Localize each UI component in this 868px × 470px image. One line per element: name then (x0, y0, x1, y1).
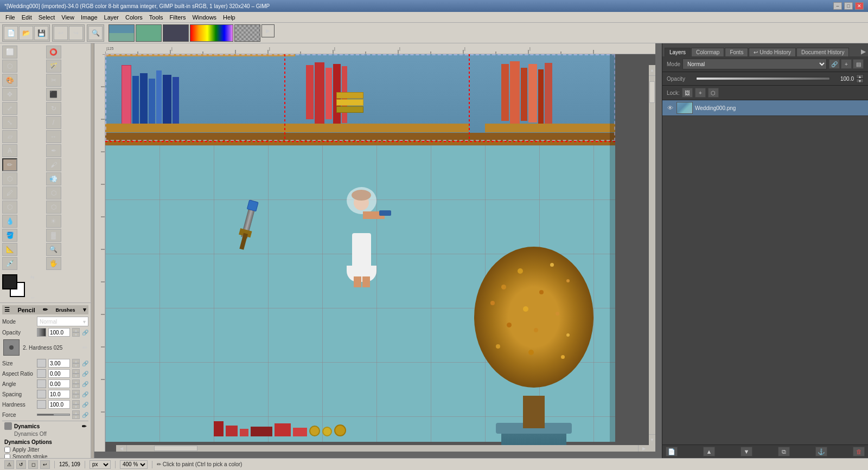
tool-ellipse-select[interactable]: ⭕ (46, 46, 61, 59)
lock-pixels-btn[interactable]: 🖼 (682, 88, 693, 98)
tool-move[interactable]: ✥ (2, 88, 17, 101)
scroll-down-btn[interactable]: ▼ (649, 434, 655, 445)
layer-item[interactable]: 👁 Wedding000.png (662, 100, 868, 116)
hardness-value[interactable] (48, 400, 70, 409)
h-scroll-thumb[interactable] (154, 446, 197, 451)
minimize-button[interactable]: – (833, 2, 842, 10)
tab-undo[interactable]: ↩ Undo History (749, 48, 796, 56)
statusbar-btn-4[interactable]: ↩ (40, 460, 50, 469)
tool-paintbrush[interactable]: 🖌 (46, 158, 61, 171)
save-button[interactable]: 💾 (34, 26, 48, 40)
tool-blur[interactable]: 💧 (2, 215, 17, 228)
spacing-value[interactable] (48, 390, 70, 398)
redo-button[interactable]: ↪ (69, 26, 83, 40)
size-slider[interactable] (37, 359, 46, 368)
aspect-slider[interactable] (37, 369, 46, 378)
opacity-value[interactable] (48, 328, 70, 337)
tool-perspective-clone[interactable]: ⬡ (46, 201, 61, 214)
lock-alpha-btn[interactable]: ⬡ (708, 88, 719, 98)
opacity-down[interactable]: ▼ (72, 332, 80, 337)
tool-measure[interactable]: 📐 (2, 243, 17, 256)
undo-button[interactable]: ↩ (54, 26, 68, 40)
brush-swatch[interactable] (3, 339, 20, 356)
dynamics-edit-btn[interactable]: ✏ (82, 423, 86, 429)
layers-mode-dropdown[interactable]: Normal Multiply Screen Overlay (682, 59, 827, 69)
menu-filters[interactable]: Filters (167, 13, 189, 22)
zoom-in-button[interactable]: 🔍 (88, 26, 103, 40)
tool-options-collapse[interactable]: ▾ (83, 306, 86, 313)
tool-free-select[interactable]: ⬡ (2, 60, 17, 73)
tab-doc-history[interactable]: Document History (796, 48, 849, 56)
angle-down[interactable]: ▼ (72, 384, 80, 388)
vertical-scrollbar[interactable]: ▲ ▼ (649, 65, 655, 445)
tool-hand[interactable]: 🖐 (46, 257, 61, 270)
angle-value[interactable] (48, 379, 70, 388)
tool-text[interactable]: A (2, 144, 17, 157)
menu-windows[interactable]: Windows (189, 13, 220, 22)
color-palette-strip[interactable] (190, 24, 233, 42)
v-scroll-thumb[interactable] (649, 81, 655, 103)
apply-jitter-checkbox[interactable] (4, 447, 10, 453)
new-button[interactable]: 📄 (4, 26, 18, 40)
tool-paths[interactable]: ✒ (46, 144, 61, 157)
scroll-right-btn[interactable]: ▶ (638, 445, 649, 452)
size-down[interactable]: ▼ (72, 363, 80, 368)
toolbar-extra-btn[interactable]: ▶ (261, 24, 275, 37)
layer-chain-btn[interactable]: 🔗 (829, 59, 840, 69)
panel-collapse-btn[interactable]: ▶ (861, 48, 866, 56)
smooth-stroke-checkbox[interactable] (4, 454, 10, 458)
opacity-down-btn[interactable]: ▼ (856, 79, 864, 83)
layer-lower-btn[interactable]: ▼ (741, 447, 752, 456)
swap-colors-icon[interactable]: ⇆ (30, 274, 35, 280)
layer-duplicate-btn[interactable]: ⧉ (778, 447, 790, 456)
spacing-down[interactable]: ▼ (72, 394, 80, 398)
layer-anchor-btn[interactable]: ⚓ (815, 447, 827, 456)
opacity-slider[interactable] (37, 328, 46, 337)
scroll-up-btn[interactable]: ▲ (649, 65, 655, 76)
open-button[interactable]: 📂 (19, 26, 33, 40)
tool-bucket[interactable]: 🪣 (2, 229, 17, 242)
force-up[interactable]: ▲ (72, 410, 80, 415)
hardness-slider[interactable] (37, 400, 46, 409)
opacity-up[interactable]: ▲ (72, 328, 80, 332)
statusbar-btn-1[interactable]: ⚠ (4, 460, 14, 469)
size-up[interactable]: ▲ (72, 359, 80, 363)
zoom-select[interactable]: 400 % 100 % 200 % 50 % (120, 460, 148, 469)
hardness-up[interactable]: ▲ (72, 400, 80, 404)
tool-scissors[interactable]: ✂ (46, 74, 61, 87)
tool-ink[interactable]: 🖊 (2, 186, 17, 199)
tab-colormap[interactable]: Colormap (691, 48, 724, 56)
horizontal-scrollbar[interactable]: ◀ ▶ (116, 445, 649, 452)
tool-perspective[interactable]: ▱ (2, 130, 17, 143)
tool-scale[interactable]: ⤡ (2, 116, 17, 129)
menu-layer[interactable]: Layer (101, 13, 123, 22)
layer-extra-btn[interactable]: ▤ (853, 59, 864, 69)
layer-visibility-eye[interactable]: 👁 (666, 104, 674, 112)
canvas-container[interactable]: ◀ ▶ ▲ ▼ (105, 54, 655, 452)
foreground-color-swatch[interactable] (2, 274, 17, 289)
angle-slider[interactable] (37, 379, 46, 388)
opacity-up-btn[interactable]: ▲ (856, 74, 864, 79)
scroll-left-btn[interactable]: ◀ (116, 445, 127, 452)
tool-eraser[interactable]: ⬡ (2, 172, 17, 185)
lock-position-btn[interactable]: + (695, 88, 706, 98)
size-value[interactable] (48, 359, 70, 368)
force-down[interactable]: ▼ (72, 415, 80, 419)
tab-layers[interactable]: Layers (665, 48, 691, 56)
unit-select[interactable]: px mm in (90, 460, 111, 469)
hardness-down[interactable]: ▼ (72, 404, 80, 409)
aspect-down[interactable]: ▼ (72, 374, 80, 378)
layer-new-btn[interactable]: 📄 (666, 447, 678, 456)
spacing-up[interactable]: ▲ (72, 390, 80, 394)
layer-delete-btn[interactable]: 🗑 (853, 447, 865, 456)
aspect-value[interactable] (48, 369, 70, 378)
menu-select[interactable]: Select (35, 13, 59, 22)
tool-airbrush[interactable]: 💨 (46, 172, 61, 185)
aspect-up[interactable]: ▲ (72, 369, 80, 374)
tool-flip[interactable]: ↔ (46, 130, 61, 143)
tab-fonts[interactable]: Fonts (725, 48, 748, 56)
tool-select-color[interactable]: 🎨 (2, 74, 17, 87)
spacing-slider[interactable] (37, 390, 46, 398)
angle-up[interactable]: ▲ (72, 379, 80, 384)
reset-colors-icon[interactable]: ↩ (31, 295, 35, 300)
